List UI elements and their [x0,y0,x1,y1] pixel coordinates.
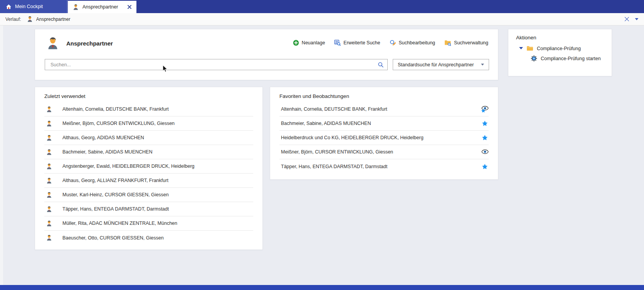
list-item[interactable]: Althaus, Georg, ALLIANZ FRANKFURT, Frank… [44,174,253,188]
search-edit-icon [390,39,396,46]
tree-expander-icon[interactable] [519,47,523,49]
tree-group-compliance-pruefung[interactable]: Compliance-Prüfung [508,42,612,51]
action-label: Neuanlage [302,40,325,46]
person-icon [46,36,60,51]
list-item[interactable]: Althaus, Georg, ADIDAS MUENCHEN [44,131,253,145]
favorites-panel-title: Favoriten und Beobachtungen [270,87,498,101]
list-item[interactable]: Altenhain, Cornelia, DEUTSCHE BANK, Fran… [279,102,489,116]
contact-label: Meißner, Björn, CURSOR ENTWICKLUNG, Gies… [281,149,393,155]
verlauf-item-label: Ansprechpartner [36,17,71,22]
list-item[interactable]: Baeuscher, Otto, CURSOR GIESSEN, Giessen [44,231,253,245]
verlauf-item-ansprechpartner[interactable]: Ansprechpartner [27,16,71,22]
contact-label: Täpper, Hans, ENTEGA DARMSTADT, Darmstad… [62,206,169,212]
contact-label: Althaus, Georg, ALLIANZ FRANKFURT, Frank… [62,178,168,183]
action-label: Erweiterte Suche [343,40,380,46]
contact-label: Muster, Karl-Heinz, CURSOR GIESSEN, Gies… [62,192,169,197]
favorites-list: Altenhain, Cornelia, DEUTSCHE BANK, Fran… [270,102,498,174]
contact-label: Heidelberdruck und Co KG, HEIDELBERGER D… [281,135,424,140]
erweiterte-suche-button[interactable]: Erweiterte Suche [334,39,380,46]
person-icon [46,163,52,170]
person-icon [46,220,52,227]
compliance-pruefung-starten-action[interactable]: Compliance-Prüfung starten [508,51,612,62]
chevron-down-icon [481,64,484,66]
eye-icon[interactable] [481,148,489,155]
aktionen-panel: Aktionen Compliance-Prüfung [508,29,612,76]
list-item[interactable]: Müller, Rita, ADAC MÜNCHEN ZENTRALE, Mün… [44,216,253,231]
star-icon[interactable] [481,163,489,170]
tab-label: Mein Cockpit [15,4,43,9]
contact-label: Baeuscher, Otto, CURSOR GIESSEN, Giessen [62,235,164,241]
neuanlage-button[interactable]: Neuanlage [293,40,325,46]
list-item[interactable]: Altenhain, Cornelia, DEUTSCHE BANK, Fran… [44,102,253,116]
list-item[interactable]: Angstenberger, Ewald, HEIDELBERGER DRUCK… [44,159,253,174]
star-icon[interactable] [481,120,489,127]
person-icon [46,234,52,241]
chevron-down-icon[interactable] [635,18,639,20]
table-search-icon [334,39,341,46]
recent-list: Altenhain, Cornelia, DEUTSCHE BANK, Fran… [35,102,262,245]
contact-label: Althaus, Georg, ADIDAS MUENCHEN [62,135,144,140]
list-item[interactable]: Muster, Karl-Heinz, CURSOR GIESSEN, Gies… [44,188,253,202]
person-icon [46,135,52,141]
person-icon [46,177,52,184]
header-actions: Neuanlage Erweiterte Suche [293,39,488,46]
person-icon [27,16,33,22]
search-input[interactable] [50,62,378,68]
page-title: Ansprechpartner [66,40,113,47]
tree-group-label: Compliance-Prüfung [537,46,581,51]
contact-label: Meißner, Björn, CURSOR ENTWICKLUNG, Gies… [62,121,175,126]
search-type-select[interactable]: Standardsuche für Ansprechpartner [393,59,489,70]
tab-mein-cockpit[interactable]: Mein Cockpit [0,0,67,13]
action-label: Suchverwaltung [454,40,488,46]
contact-label: Bachmeier, Sabine, ADIDAS MUENCHEN [62,149,152,155]
tab-close-icon[interactable] [127,5,132,9]
list-item[interactable]: Bachmeier, Sabine, ADIDAS MUENCHEN [279,116,489,131]
plus-circle-icon [293,40,299,46]
verlauf-bar: Verlauf: Ansprechpartner [0,13,644,25]
contact-label: Müller, Rita, ADAC MÜNCHEN ZENTRALE, Mün… [62,221,177,226]
zuletzt-verwendet-panel: Zuletzt verwendet Altenhain, Cornelia, D… [35,87,263,250]
gear-play-icon [531,55,537,62]
list-item[interactable]: Heidelberdruck und Co KG, HEIDELBERGER D… [279,131,489,145]
search-type-value: Standardsuche für Ansprechpartner [398,62,474,67]
list-item[interactable]: Täpper, Hans, ENTEGA DARMSTADT, Darmstad… [44,202,253,216]
person-icon [46,106,52,113]
person-icon [46,206,52,212]
list-item[interactable]: Meißner, Björn, CURSOR ENTWICKLUNG, Gies… [44,116,253,131]
contact-label: Altenhain, Cornelia, DEUTSCHE BANK, Fran… [281,106,387,112]
home-icon [6,4,12,10]
action-label: Suchbearbeitung [399,40,435,46]
search-icon[interactable] [378,62,384,68]
folder-icon [526,46,533,51]
suchbearbeitung-button[interactable]: Suchbearbeitung [390,39,435,46]
window-tabbar: Mein Cockpit Ansprechpartner [0,0,644,13]
tab-label: Ansprechpartner [82,4,118,10]
contact-label: Bachmeier, Sabine, ADIDAS MUENCHEN [281,121,371,126]
verlauf-label: Verlauf: [5,17,21,22]
star-icon[interactable] [481,134,489,141]
favoriten-panel: Favoriten und Beobachtungen Altenhain, C… [270,87,498,180]
aktionen-title: Aktionen [508,29,612,42]
person-icon [46,149,52,155]
list-item[interactable]: Täpper, Hans, ENTEGA DARMSTADT, Darmstad… [279,159,489,174]
window-left-gutter [0,25,3,285]
tab-ansprechpartner[interactable]: Ansprechpartner [68,1,136,13]
contact-label: Altenhain, Cornelia, DEUTSCHE BANK, Fran… [62,106,169,112]
recent-panel-title: Zuletzt verwendet [35,87,262,101]
suchverwaltung-button[interactable]: Suchverwaltung [444,40,488,46]
search-field-container [45,59,388,70]
contact-label: Angstenberger, Ewald, HEIDELBERGER DRUCK… [62,164,195,169]
person-icon [46,120,52,127]
tree-action-label: Compliance-Prüfung starten [541,56,601,61]
ansprechpartner-header-panel: Ansprechpartner Neuanlage Erweiterte [35,29,498,80]
eye-star-icon[interactable] [481,106,489,113]
close-icon[interactable] [624,17,629,22]
list-item[interactable]: Bachmeier, Sabine, ADIDAS MUENCHEN [44,145,253,159]
folder-search-icon [444,40,451,46]
list-item[interactable]: Meißner, Björn, CURSOR ENTWICKLUNG, Gies… [279,145,489,159]
person-icon [46,192,52,198]
person-icon [72,4,79,10]
contact-label: Täpper, Hans, ENTEGA DARMSTADT, Darmstad… [281,164,387,169]
window-bottom-edge [0,285,644,290]
